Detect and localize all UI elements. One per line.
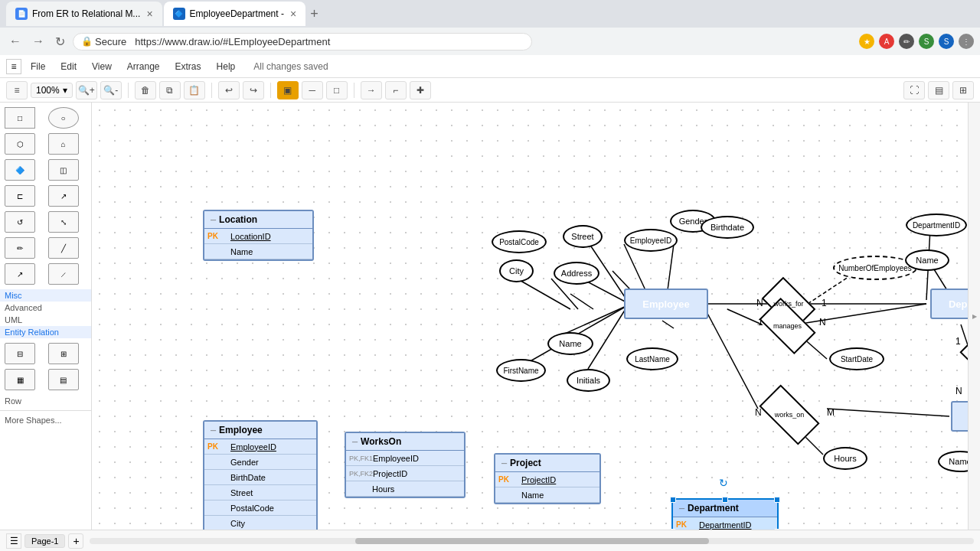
name-ellipse-dept[interactable]: Name (905, 249, 949, 271)
city-ellipse[interactable]: City (499, 259, 534, 282)
paste-btn[interactable]: 📋 (184, 81, 205, 99)
birthdate-ellipse[interactable]: Birthdate (701, 216, 754, 239)
refresh-handle[interactable]: ↻ (719, 477, 728, 489)
address-ellipse[interactable]: Address (554, 262, 599, 285)
works-on-diamond[interactable]: works_on (762, 399, 817, 430)
department-table[interactable]: ↻ » ─ Department PK DepartmentID Name FK (671, 498, 779, 530)
shape-icon-4[interactable]: ⌂ (48, 133, 79, 155)
more-shapes-btn[interactable]: More Shapes... (0, 414, 91, 426)
new-tab-button[interactable]: + (310, 6, 318, 22)
settings-icon[interactable]: ⋮ (959, 34, 974, 49)
line-color-btn[interactable]: ─ (302, 81, 323, 99)
shape-icon-11[interactable]: ✏ (5, 237, 35, 259)
menu-extras[interactable]: Extras (169, 58, 207, 75)
menu-view[interactable]: View (86, 58, 118, 75)
menu-arrange[interactable]: Arrange (121, 58, 166, 75)
departmentid-ellipse[interactable]: DepartmentID (906, 214, 967, 236)
department-minimize-icon[interactable]: ─ (679, 504, 684, 513)
app-logo[interactable]: ≡ (6, 59, 21, 74)
workson-minimize-icon[interactable]: ─ (352, 438, 358, 446)
menu-edit[interactable]: Edit (54, 58, 83, 75)
ext1-icon[interactable]: A (879, 34, 894, 49)
sidebar-toggle-btn[interactable]: ≡ (6, 81, 28, 99)
handle-mr[interactable] (774, 529, 780, 530)
department-er-entity[interactable]: Department (930, 289, 968, 319)
ext2-icon[interactable]: ✏ (899, 34, 914, 49)
forward-button[interactable]: → (29, 31, 47, 51)
location-minimize-icon[interactable]: ─ (211, 216, 216, 224)
fullscreen-btn[interactable]: ⛶ (903, 81, 925, 99)
horizontal-scrollbar[interactable] (90, 538, 974, 544)
copy-btn[interactable]: ⧉ (159, 81, 181, 99)
refresh-button[interactable]: ↻ (52, 31, 68, 52)
project-minimize-icon[interactable]: ─ (501, 459, 507, 468)
handle-tl[interactable] (670, 497, 676, 503)
sidebar-advanced[interactable]: Advanced (0, 302, 91, 314)
name-ellipse-proj[interactable]: Name (938, 451, 968, 472)
er-shape-3[interactable]: ▦ (5, 369, 35, 390)
redo-btn[interactable]: ↪ (243, 81, 264, 99)
er-shape-2[interactable]: ⊞ (48, 343, 79, 364)
controls-diamond[interactable]: controls (963, 344, 968, 373)
employee-er-entity[interactable]: Employee (624, 289, 708, 319)
street-ellipse[interactable]: Street (563, 225, 603, 248)
er-shape-1[interactable]: ⊟ (5, 343, 35, 364)
tab-employee-dept[interactable]: 🔷 EmployeeDepartment - × (164, 2, 306, 26)
zoom-display[interactable]: 100% ▾ (31, 83, 73, 98)
waypoint-btn[interactable]: ⌐ (385, 81, 407, 99)
page-1-tab[interactable]: Page-1 (24, 534, 65, 548)
ext3-icon[interactable]: S (919, 34, 934, 49)
shape-icon-3[interactable]: ⬡ (5, 133, 35, 155)
tab-close-employee-dept[interactable]: × (290, 8, 296, 20)
workson-table[interactable]: ─ WorksOn PK,FK1 EmployeeID PK,FK2 Proje… (345, 432, 466, 498)
sidebar-row[interactable]: Row (0, 395, 91, 407)
add-page-btn[interactable]: + (68, 533, 83, 549)
panel-toggle-btn[interactable]: ▤ (928, 81, 949, 99)
manages-diamond[interactable]: manages (763, 311, 812, 341)
canvas[interactable]: ─ Location PK LocationID Name Employee D… (92, 103, 968, 530)
initials-ellipse[interactable]: Initials (567, 369, 610, 392)
startdate-ellipse[interactable]: StartDate (829, 347, 884, 370)
bookmark-icon[interactable]: ★ (859, 34, 874, 49)
url-bar[interactable]: 🔒 Secure https://www.draw.io/#LEmployeeD… (73, 33, 532, 51)
project-table[interactable]: ─ Project PK ProjectID Name (494, 453, 601, 504)
shape-icon-5[interactable]: 🔷 (5, 159, 35, 181)
shape-icon-10[interactable]: ⤡ (48, 211, 79, 233)
shape-icon-12[interactable]: ╱ (48, 237, 79, 259)
zoom-out-btn[interactable]: 🔍- (100, 81, 122, 99)
shape-icon-7[interactable]: ⊏ (5, 185, 35, 207)
ext4-icon[interactable]: S (939, 34, 954, 49)
scrollbar-thumb[interactable] (355, 538, 709, 544)
location-table[interactable]: ─ Location PK LocationID Name (203, 210, 314, 261)
undo-btn[interactable]: ↩ (218, 81, 240, 99)
employee-table[interactable]: ─ Employee PK EmployeeID Gender BirthDat… (203, 420, 318, 530)
resize-right-arrow[interactable]: » (788, 526, 794, 530)
project-er-entity[interactable]: Project (951, 401, 968, 432)
employee-minimize-icon[interactable]: ─ (211, 426, 216, 435)
format-btn[interactable]: ⊞ (952, 81, 974, 99)
sidebar-entity-relation[interactable]: Entity Relation (0, 326, 91, 338)
insert-btn[interactable]: ✚ (410, 81, 431, 99)
menu-help[interactable]: Help (211, 58, 242, 75)
zoom-in-btn[interactable]: 🔍+ (76, 81, 97, 99)
shadow-btn[interactable]: □ (326, 81, 348, 99)
shape-icon-9[interactable]: ↺ (5, 211, 35, 233)
handle-tc[interactable] (722, 497, 728, 503)
shape-icon-2[interactable]: ○ (48, 107, 79, 129)
shape-icon-13[interactable]: ↗ (5, 263, 35, 285)
connector-btn[interactable]: → (361, 81, 382, 99)
lastname-ellipse[interactable]: LastName (626, 347, 678, 370)
shape-icon-1[interactable]: □ (5, 107, 35, 129)
hours-ellipse[interactable]: Hours (823, 447, 867, 470)
tab-close-from-er[interactable]: × (146, 8, 152, 20)
shape-icon-8[interactable]: ↗ (48, 185, 79, 207)
er-shape-4[interactable]: ▤ (48, 369, 79, 390)
shape-icon-14[interactable]: ⟋ (48, 263, 79, 285)
handle-tr[interactable] (774, 497, 780, 503)
delete-btn[interactable]: 🗑 (135, 81, 156, 99)
sidebar-uml[interactable]: UML (0, 314, 91, 326)
name-ellipse-emp[interactable]: Name (547, 332, 593, 355)
tab-from-er[interactable]: 📄 From ER to Relational M... × (6, 2, 162, 26)
handle-ml[interactable] (670, 529, 676, 530)
page-menu-btn[interactable]: ☰ (6, 533, 21, 549)
